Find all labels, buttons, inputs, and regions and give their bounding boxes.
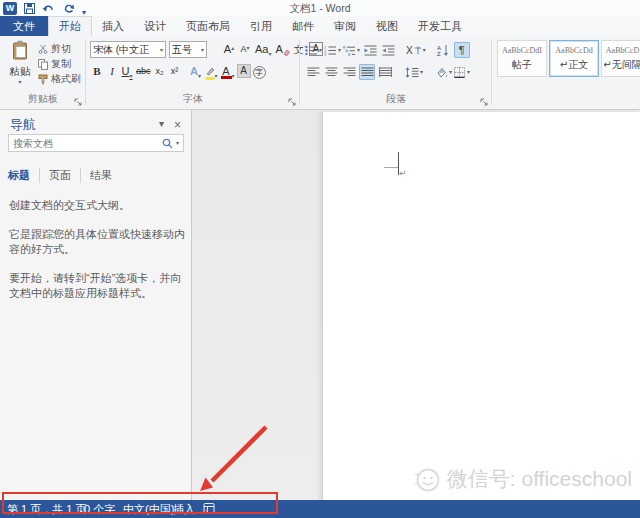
paragraph-mark: ↵ [399,168,407,178]
macro-record-button[interactable] [203,503,215,517]
asian-layout-dropdown-arrow[interactable]: ▾ [423,47,426,53]
nav-tab-pages[interactable]: 页面 [39,168,80,183]
increase-indent-button[interactable] [380,42,396,58]
change-case-button[interactable]: Aa▾ [254,41,272,57]
document-page[interactable] [322,112,640,500]
navigation-options-arrow[interactable]: ▾ [159,118,164,132]
line-spacing-button[interactable]: ▾ [405,64,423,80]
bullets-button[interactable]: ▾ [305,42,322,58]
font-group-label: 字体 [86,92,300,106]
style-normal[interactable]: AaBbCcDd ↵正文 [549,40,599,77]
asian-layout-button[interactable]: X▾ [406,42,426,58]
text-effects-button[interactable]: A▾ [189,63,203,79]
font-size-dropdown-arrow[interactable]: ▾ [201,47,204,53]
style-tiezi[interactable]: AaBbCcDdI 帖子 [497,40,547,77]
clear-formatting-button[interactable]: A [274,41,290,57]
format-painter-button[interactable]: 格式刷 [38,72,81,86]
numbering-dropdown-arrow[interactable]: ▾ [338,47,341,53]
paragraph-group-label: 段落 [300,92,492,106]
status-word-count[interactable]: 0 个字 [84,502,115,516]
tab-page-layout[interactable]: 页面布局 [176,16,240,36]
bullets-dropdown-arrow[interactable]: ▾ [319,47,322,53]
tab-developer[interactable]: 开发工具 [408,16,472,36]
paragraph-dialog-launcher[interactable] [480,97,489,106]
superscript-button[interactable]: x² [168,63,182,79]
multilevel-list-button[interactable]: ▾ [343,42,360,58]
nav-tab-headings[interactable]: 标题 [8,168,39,183]
ribbon-tab-row: 文件 开始 插入 设计 页面布局 引用 邮件 审阅 视图 开发工具 [0,16,640,36]
align-left-button[interactable] [305,64,321,80]
highlight-button[interactable]: ▾ [204,63,219,79]
multilevel-dropdown-arrow[interactable]: ▾ [357,47,360,53]
highlighter-icon [205,67,215,80]
font-color-button[interactable]: A▾ [220,63,236,79]
nav-tab-results[interactable]: 结果 [80,168,121,183]
font-color-dropdown-arrow[interactable]: ▾ [232,73,235,79]
tab-home[interactable]: 开始 [48,16,92,36]
character-shading-button[interactable]: A [237,64,251,78]
tab-design[interactable]: 设计 [134,16,176,36]
borders-button[interactable]: ▾ [454,64,470,80]
status-page-number[interactable]: 第 1 页，共 1 页 [7,502,86,516]
tab-file[interactable]: 文件 [0,16,48,36]
scissors-icon [38,44,48,54]
watermark: 微信号: officeschool [414,465,632,493]
tab-insert[interactable]: 插入 [92,16,134,36]
tab-references[interactable]: 引用 [240,16,282,36]
cut-button[interactable]: 剪切 [38,42,71,56]
svg-text:Z: Z [437,51,441,56]
shading-button[interactable]: ▾ [435,64,452,80]
tab-review[interactable]: 审阅 [324,16,366,36]
tab-mailings[interactable]: 邮件 [282,16,324,36]
bold-button[interactable]: B [90,63,104,79]
cursor-crossbar [384,167,398,168]
show-hide-marks-button[interactable]: ¶ [454,42,470,58]
ribbon: 粘贴 ▾ 剪切 复制 格式刷 剪贴板 宋体 (中文正▾ [0,36,640,110]
strikethrough-button[interactable]: abc [135,63,152,79]
underline-button[interactable]: U▾ [120,63,134,79]
status-insert-mode[interactable]: 插入 [173,502,195,516]
sort-button[interactable]: AZ [436,42,452,58]
line-spacing-dropdown-arrow[interactable]: ▾ [420,69,423,75]
search-icon[interactable] [162,138,173,149]
macro-record-icon [203,503,215,514]
tab-view[interactable]: 视图 [366,16,408,36]
copy-button[interactable]: 复制 [38,57,71,71]
font-name-dropdown-arrow[interactable]: ▾ [160,47,163,53]
search-dropdown-arrow[interactable]: ▾ [176,140,179,146]
document-canvas[interactable]: ↵ 微信号: officeschool [192,110,640,500]
font-size-combo[interactable]: 五号▾ [169,41,207,58]
distribute-button[interactable] [377,64,393,80]
highlight-dropdown-arrow[interactable]: ▾ [215,73,218,79]
word-window: W ▔▾ 文档1 - Word 文件 开始 插入 设计 页面布局 引用 邮件 审… [0,0,640,518]
navigation-close-button[interactable]: × [174,118,181,132]
paste-button[interactable]: 粘贴 ▾ [5,40,35,100]
align-center-button[interactable] [323,64,339,80]
italic-button[interactable]: I [105,63,119,79]
shrink-font-button[interactable]: A▾ [238,41,252,57]
justify-button[interactable] [359,64,375,80]
grow-font-button[interactable]: A▴ [222,41,236,57]
font-name-combo[interactable]: 宋体 (中文正▾ [90,41,166,58]
increase-indent-icon [382,45,395,56]
asian-layout-icon [414,46,422,55]
borders-dropdown-arrow[interactable]: ▾ [467,69,470,75]
font-dialog-launcher[interactable] [288,97,297,106]
clipboard-dialog-launcher[interactable] [74,97,83,106]
shading-dropdown-arrow[interactable]: ▾ [449,69,452,75]
nav-paragraph: 创建文档的交互式大纲。 [9,198,185,213]
copy-icon [38,59,48,70]
status-language[interactable]: 中文(中国) [123,502,174,516]
numbering-button[interactable]: 123▾ [324,42,341,58]
align-right-button[interactable] [341,64,357,80]
decrease-indent-button[interactable] [362,42,378,58]
paste-dropdown-arrow[interactable]: ▾ [5,79,35,85]
search-box[interactable]: ▾ [8,134,184,152]
subscript-button[interactable]: x₂ [153,63,167,79]
enclose-characters-button[interactable]: 字 [252,63,267,79]
navigation-pane-title: 导航 [10,116,36,134]
text-effects-dropdown-arrow[interactable]: ▾ [198,73,201,79]
style-no-spacing[interactable]: AaBbCcD ↵无间隔 [601,40,640,77]
search-input[interactable] [9,138,162,149]
underline-dropdown-arrow[interactable]: ▾ [129,73,132,79]
